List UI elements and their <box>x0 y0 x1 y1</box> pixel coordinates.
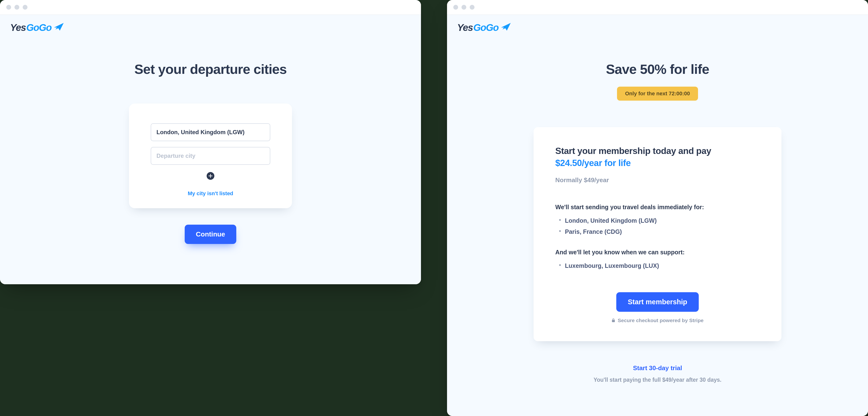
paper-plane-icon <box>54 22 64 31</box>
window-control-dot <box>453 5 458 10</box>
secure-checkout-text: Secure checkout powered by Stripe <box>618 318 704 323</box>
window-control-dot <box>23 5 28 10</box>
deal-cities-list: London, United Kingdom (LGW)Paris, Franc… <box>555 215 760 237</box>
offer-price: $24.50/year for life <box>555 158 631 168</box>
start-trial-link[interactable]: Start 30-day trial <box>633 364 682 372</box>
departure-city-input-1[interactable] <box>151 123 270 141</box>
start-membership-button[interactable]: Start membership <box>616 292 699 312</box>
offer-card: Start your membership today and pay $24.… <box>534 127 781 341</box>
list-item: Luxembourg, Luxembourg (LUX) <box>565 260 760 271</box>
deals-heading: We'll start sending you travel deals imm… <box>555 204 760 211</box>
brand-part-yes: Yes <box>10 23 26 32</box>
brand-logo: YesGoGo <box>447 15 868 32</box>
city-not-listed-link[interactable]: My city isn't listed <box>188 190 234 197</box>
add-city-button[interactable] <box>207 172 214 180</box>
viewport: YesGoGo Set your departure cities My cit… <box>0 15 421 284</box>
brand-part-gogo: GoGo <box>26 23 52 32</box>
pending-heading: And we'll let you know when we can suppo… <box>555 249 760 256</box>
lock-icon <box>612 318 615 323</box>
svg-rect-0 <box>612 320 615 322</box>
brand-logo: YesGoGo <box>0 15 421 32</box>
plus-icon <box>208 174 213 178</box>
pending-cities-list: Luxembourg, Luxembourg (LUX) <box>555 260 760 271</box>
page-title: Save 50% for life <box>606 61 709 77</box>
countdown-badge: Only for the next 72:00:00 <box>617 87 698 100</box>
normal-price: Normally $49/year <box>555 176 760 184</box>
page-title: Set your departure cities <box>134 61 287 77</box>
brand-part-yes: Yes <box>457 23 473 32</box>
continue-button[interactable]: Continue <box>185 225 236 244</box>
list-item: Paris, France (CDG) <box>565 226 760 237</box>
departure-city-input-2[interactable] <box>151 147 270 165</box>
offer-lead: Start your membership today and pay $24.… <box>555 145 760 169</box>
window-control-dot <box>14 5 19 10</box>
viewport: YesGoGo Save 50% for life Only for the n… <box>447 15 868 416</box>
window-titlebar <box>447 0 868 15</box>
departure-form-card: My city isn't listed <box>129 103 292 208</box>
window-control-dot <box>462 5 466 10</box>
paper-plane-icon <box>500 22 511 31</box>
list-item: London, United Kingdom (LGW) <box>565 215 760 226</box>
browser-window-offer: YesGoGo Save 50% for life Only for the n… <box>447 0 868 416</box>
offer-lead-text: Start your membership today and pay <box>555 146 711 156</box>
secure-checkout-note: Secure checkout powered by Stripe <box>612 318 704 323</box>
brand-part-gogo: GoGo <box>473 23 499 32</box>
browser-window-departure: YesGoGo Set your departure cities My cit… <box>0 0 421 284</box>
window-control-dot <box>470 5 474 10</box>
trial-subtext: You'll start paying the full $49/year af… <box>594 377 721 383</box>
window-titlebar <box>0 0 421 15</box>
window-control-dot <box>6 5 11 10</box>
